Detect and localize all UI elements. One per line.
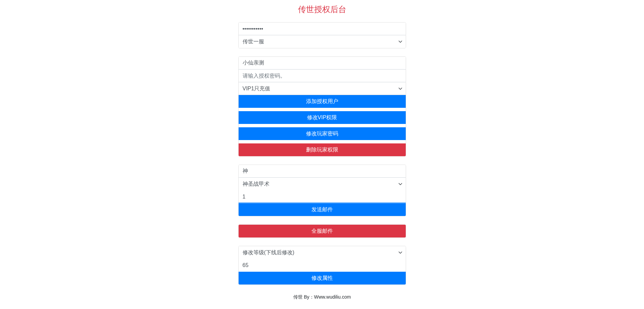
page-title: 传世授权后台: [0, 0, 644, 17]
send-mail-button[interactable]: 发送邮件: [239, 203, 406, 216]
server-select[interactable]: 传世一服: [239, 35, 406, 48]
add-user-button[interactable]: 添加授权用户: [239, 95, 406, 108]
attribute-value-input[interactable]: [239, 259, 406, 272]
footer-text: 传世 By：Www.wudiliu.com: [0, 294, 644, 300]
modify-vip-button[interactable]: 修改VIP权限: [239, 111, 406, 124]
mail-quantity-input[interactable]: [239, 190, 406, 203]
user-auth-password-input[interactable]: [239, 70, 406, 82]
user-management-card: VIP1只充值 添加授权用户 修改VIP权限 修改玩家密码 删除玩家权限: [238, 56, 406, 157]
mail-search-input[interactable]: [239, 165, 406, 178]
server-mail-button[interactable]: 全服邮件: [239, 225, 406, 237]
mail-item-select[interactable]: 神圣战甲术: [239, 178, 406, 190]
mail-card: 神圣战甲术 发送邮件: [238, 165, 406, 216]
username-input[interactable]: [239, 57, 406, 70]
auth-password-input[interactable]: [239, 23, 406, 35]
server-mail-card: 全服邮件: [238, 224, 406, 238]
attribute-card: 修改等级(下线后修改) 修改属性: [238, 246, 406, 285]
main-container: 传世一服 VIP1只充值 添加授权用户 修改VIP权限 修改玩家密码 删除玩家权…: [238, 22, 406, 285]
modify-attribute-button[interactable]: 修改属性: [239, 272, 406, 284]
vip-level-select[interactable]: VIP1只充值: [239, 82, 406, 95]
attribute-select[interactable]: 修改等级(下线后修改): [239, 246, 406, 259]
modify-password-button[interactable]: 修改玩家密码: [239, 127, 406, 140]
delete-player-button[interactable]: 删除玩家权限: [239, 143, 406, 156]
auth-card: 传世一服: [238, 22, 406, 48]
